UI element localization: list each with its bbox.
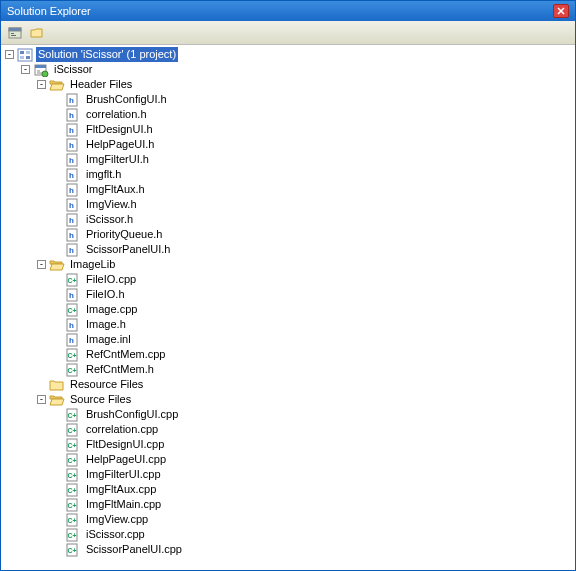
cpp-file-icon: C+ bbox=[65, 273, 81, 287]
file-node[interactable]: hiScissor.h bbox=[5, 212, 571, 227]
tree-spacer bbox=[53, 200, 62, 209]
tree-label[interactable]: ScissorPanelUI.h bbox=[84, 242, 172, 257]
file-node[interactable]: hImage.h bbox=[5, 317, 571, 332]
file-node[interactable]: C+RefCntMem.h bbox=[5, 362, 571, 377]
solution-node[interactable]: -Solution 'iScissor' (1 project) bbox=[5, 47, 571, 62]
properties-icon bbox=[8, 26, 22, 40]
file-node[interactable]: C+BrushConfigUI.cpp bbox=[5, 407, 571, 422]
expander[interactable]: - bbox=[37, 80, 46, 89]
tree-spacer bbox=[53, 545, 62, 554]
tree-spacer bbox=[53, 350, 62, 359]
tree-label[interactable]: iScissor.cpp bbox=[84, 527, 147, 542]
tree-label[interactable]: FltDesignUI.cpp bbox=[84, 437, 166, 452]
tree-spacer bbox=[53, 500, 62, 509]
tree-spacer bbox=[53, 455, 62, 464]
h-file-icon: h bbox=[65, 153, 81, 167]
tree-label[interactable]: ImgFltAux.cpp bbox=[84, 482, 158, 497]
folder-node[interactable]: Resource Files bbox=[5, 377, 571, 392]
file-node[interactable]: C+FltDesignUI.cpp bbox=[5, 437, 571, 452]
file-node[interactable]: hImgFilterUI.h bbox=[5, 152, 571, 167]
cpp-file-icon: C+ bbox=[65, 423, 81, 437]
tree-spacer bbox=[53, 125, 62, 134]
expander[interactable]: - bbox=[21, 65, 30, 74]
tree-label[interactable]: HelpPageUI.h bbox=[84, 137, 157, 152]
file-node[interactable]: C+ImgFltMain.cpp bbox=[5, 497, 571, 512]
tree-label[interactable]: correlation.h bbox=[84, 107, 149, 122]
tree-label[interactable]: HelpPageUI.cpp bbox=[84, 452, 168, 467]
file-node[interactable]: C+correlation.cpp bbox=[5, 422, 571, 437]
file-node[interactable]: hHelpPageUI.h bbox=[5, 137, 571, 152]
show-all-files-button[interactable] bbox=[27, 23, 47, 43]
tree-label[interactable]: Image.h bbox=[84, 317, 128, 332]
tree-label[interactable]: BrushConfigUI.h bbox=[84, 92, 169, 107]
tree-label[interactable]: iScissor bbox=[52, 62, 95, 77]
file-node[interactable]: C+iScissor.cpp bbox=[5, 527, 571, 542]
tree-spacer bbox=[53, 110, 62, 119]
tree-label[interactable]: imgflt.h bbox=[84, 167, 123, 182]
tree-label[interactable]: FileIO.cpp bbox=[84, 272, 138, 287]
file-node[interactable]: hFltDesignUI.h bbox=[5, 122, 571, 137]
tree-label[interactable]: Image.cpp bbox=[84, 302, 139, 317]
properties-button[interactable] bbox=[5, 23, 25, 43]
file-node[interactable]: himgflt.h bbox=[5, 167, 571, 182]
tree-label[interactable]: ImgFilterUI.cpp bbox=[84, 467, 163, 482]
file-node[interactable]: hImage.inl bbox=[5, 332, 571, 347]
expander[interactable]: - bbox=[5, 50, 14, 59]
file-node[interactable]: C+ImgFltAux.cpp bbox=[5, 482, 571, 497]
tree-label[interactable]: ScissorPanelUI.cpp bbox=[84, 542, 184, 557]
file-node[interactable]: hImgFltAux.h bbox=[5, 182, 571, 197]
tree-spacer bbox=[53, 410, 62, 419]
file-node[interactable]: C+ScissorPanelUI.cpp bbox=[5, 542, 571, 557]
h-file-icon: h bbox=[65, 198, 81, 212]
file-node[interactable]: C+ImgFilterUI.cpp bbox=[5, 467, 571, 482]
tree-label[interactable]: correlation.cpp bbox=[84, 422, 160, 437]
file-node[interactable]: C+RefCntMem.cpp bbox=[5, 347, 571, 362]
expander[interactable]: - bbox=[37, 260, 46, 269]
tree-label[interactable]: Resource Files bbox=[68, 377, 145, 392]
cpp-file-icon: C+ bbox=[65, 528, 81, 542]
folder-node[interactable]: -Header Files bbox=[5, 77, 571, 92]
svg-text:h: h bbox=[69, 321, 74, 330]
file-node[interactable]: C+FileIO.cpp bbox=[5, 272, 571, 287]
tree-label[interactable]: ImgFltMain.cpp bbox=[84, 497, 163, 512]
cpp-file-icon: C+ bbox=[65, 363, 81, 377]
tree-label[interactable]: iScissor.h bbox=[84, 212, 135, 227]
svg-text:C+: C+ bbox=[68, 517, 77, 524]
tree-label[interactable]: ImgView.h bbox=[84, 197, 139, 212]
solution-tree[interactable]: -Solution 'iScissor' (1 project)-iScisso… bbox=[1, 45, 575, 570]
close-button[interactable] bbox=[553, 4, 569, 18]
tree-label[interactable]: RefCntMem.cpp bbox=[84, 347, 167, 362]
file-node[interactable]: hImgView.h bbox=[5, 197, 571, 212]
folder-node[interactable]: -ImageLib bbox=[5, 257, 571, 272]
file-node[interactable]: hBrushConfigUI.h bbox=[5, 92, 571, 107]
folder-node[interactable]: -Source Files bbox=[5, 392, 571, 407]
tree-label[interactable]: ImageLib bbox=[68, 257, 117, 272]
file-node[interactable]: C+HelpPageUI.cpp bbox=[5, 452, 571, 467]
tree-label[interactable]: ImgFilterUI.h bbox=[84, 152, 151, 167]
file-node[interactable]: C+ImgView.cpp bbox=[5, 512, 571, 527]
tree-spacer bbox=[53, 290, 62, 299]
expander[interactable]: - bbox=[37, 395, 46, 404]
tree-label[interactable]: Image.inl bbox=[84, 332, 133, 347]
tree-label[interactable]: FltDesignUI.h bbox=[84, 122, 155, 137]
project-node[interactable]: -iScissor bbox=[5, 62, 571, 77]
file-node[interactable]: hPriorityQueue.h bbox=[5, 227, 571, 242]
tree-spacer bbox=[53, 245, 62, 254]
tree-label[interactable]: Solution 'iScissor' (1 project) bbox=[36, 47, 178, 62]
svg-text:C+: C+ bbox=[68, 352, 77, 359]
tree-label[interactable]: PriorityQueue.h bbox=[84, 227, 164, 242]
file-node[interactable]: hScissorPanelUI.h bbox=[5, 242, 571, 257]
tree-label[interactable]: Source Files bbox=[68, 392, 133, 407]
tree-label[interactable]: ImgView.cpp bbox=[84, 512, 150, 527]
svg-rect-8 bbox=[26, 56, 30, 59]
file-node[interactable]: C+Image.cpp bbox=[5, 302, 571, 317]
tree-label[interactable]: RefCntMem.h bbox=[84, 362, 156, 377]
file-node[interactable]: hFileIO.h bbox=[5, 287, 571, 302]
tree-label[interactable]: Header Files bbox=[68, 77, 134, 92]
tree-label[interactable]: BrushConfigUI.cpp bbox=[84, 407, 180, 422]
h-file-icon: h bbox=[65, 213, 81, 227]
tree-label[interactable]: FileIO.h bbox=[84, 287, 127, 302]
file-node[interactable]: hcorrelation.h bbox=[5, 107, 571, 122]
svg-text:C+: C+ bbox=[68, 367, 77, 374]
tree-label[interactable]: ImgFltAux.h bbox=[84, 182, 147, 197]
